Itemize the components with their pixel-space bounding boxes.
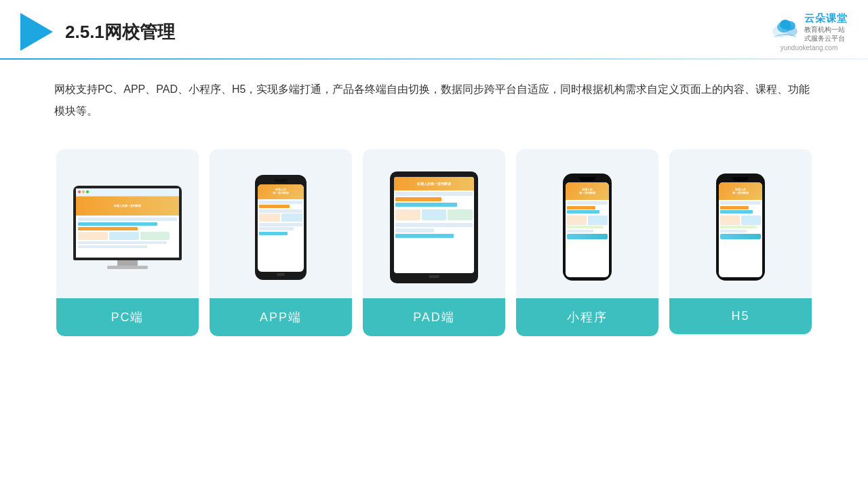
brand-url: yunduoketang.com — [781, 44, 838, 52]
pad-image-area: 职通人的第一堂判断课 — [363, 149, 505, 298]
miniprogram-image-area: 职通人的第一堂判断课 — [516, 149, 658, 298]
page-title: 2.5.1网校管理 — [65, 20, 175, 44]
description-text: 网校支持PC、APP、PAD、小程序、H5，实现多端打通，产品各终端自由切换，数… — [0, 60, 868, 129]
h5-phone-notch — [732, 177, 749, 181]
header-left: 2.5.1网校管理 — [20, 13, 175, 51]
phone-tall-notch — [579, 177, 595, 181]
phone-mockup: 职通人的第一堂判断课 — [255, 175, 307, 280]
pad-card: 职通人的第一堂判断课 — [363, 149, 505, 336]
h5-image-area: 职通人的第一堂判断课 — [669, 149, 812, 298]
phone-notch — [274, 179, 288, 182]
description-paragraph: 网校支持PC、APP、PAD、小程序、H5，实现多端打通，产品各终端自由切换，数… — [54, 79, 814, 122]
svg-point-5 — [780, 20, 791, 29]
tablet-home-btn — [429, 275, 439, 278]
pc-label: PC端 — [56, 298, 199, 336]
h5-label: H5 — [669, 298, 812, 334]
pad-label: PAD端 — [363, 298, 505, 336]
tablet-screen: 职通人的第一堂判断课 — [394, 177, 474, 273]
platform-cards: 职通人的第一堂判断课 — [0, 129, 868, 357]
cloud-icon — [770, 18, 800, 38]
pc-card: 职通人的第一堂判断课 — [56, 149, 199, 336]
phone-screen: 职通人的第一堂判断课 — [258, 184, 304, 272]
phone-home-btn — [277, 273, 285, 276]
brand-text: 云朵课堂 教育机构一站式服务云平台 — [804, 12, 848, 43]
brand-name: 云朵课堂 — [804, 12, 848, 25]
pc-base — [107, 266, 148, 269]
pc-screen-content: 职通人的第一堂判断课 — [76, 188, 179, 258]
h5-phone-mockup: 职通人的第一堂判断课 — [716, 174, 765, 281]
phone-tall-screen: 职通人的第一堂判断课 — [566, 182, 609, 277]
pc-image-area: 职通人的第一堂判断课 — [56, 149, 199, 298]
app-label: APP端 — [210, 298, 352, 336]
pc-stand — [117, 260, 138, 266]
miniprogram-card: 职通人的第一堂判断课 — [516, 149, 658, 336]
h5-phone-screen: 职通人的第一堂判断课 — [719, 182, 762, 277]
tablet-mockup: 职通人的第一堂判断课 — [390, 171, 478, 283]
header-right: 云朵课堂 教育机构一站式服务云平台 yunduoketang.com — [770, 12, 848, 52]
header: 2.5.1网校管理 云朵课堂 教育机构一站式服务云平台 yunduoketang… — [0, 0, 868, 52]
app-card: 职通人的第一堂判断课 — [210, 149, 352, 336]
phone-tall-mockup: 职通人的第一堂判断课 — [563, 174, 612, 281]
logo-triangle-icon — [20, 13, 53, 51]
h5-card: 职通人的第一堂判断课 — [669, 149, 812, 336]
pc-screen-frame: 职通人的第一堂判断课 — [73, 186, 182, 260]
brand-slogan: 教育机构一站式服务云平台 — [804, 25, 848, 43]
miniprogram-label: 小程序 — [516, 298, 658, 336]
pc-mockup: 职通人的第一堂判断课 — [73, 186, 182, 269]
app-image-area: 职通人的第一堂判断课 — [210, 149, 352, 298]
brand-logo: 云朵课堂 教育机构一站式服务云平台 — [770, 12, 848, 43]
